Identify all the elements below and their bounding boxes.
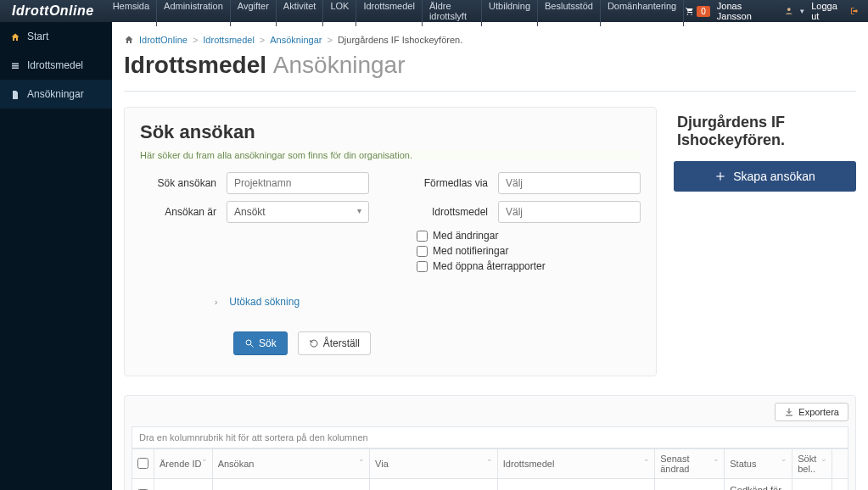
topbar: IdrottOnline HemsidaAdministrationAvgift… [0,0,868,22]
topbar-right: 0 Jonas Jansson ▾ Logga ut [684,1,868,21]
user-name[interactable]: Jonas Jansson [717,1,777,21]
cell-sokt-belopp: 0 [792,479,832,490]
grid-group-hint[interactable]: Dra en kolumnrubrik hit för att sortera … [132,426,848,448]
search-panel: Sök ansökan Här söker du fram alla ansök… [124,107,657,376]
svg-point-2 [787,8,791,11]
breadcrumb: IdrottOnline>Idrottsmedel>Ansökningar>Dj… [124,34,856,45]
list-icon [10,59,20,71]
cell-status: Godkänd för utbetalning [725,479,792,490]
search-help: Här söker du fram alla ansökningar som f… [140,150,641,160]
sidebar: StartIdrottsmedelAnsökningar [0,22,112,490]
right-panel: Djurgårdens IF Ishockeyfören. Skapa ansö… [674,107,856,192]
grid-col-header[interactable]: Ärende ID⌄ [154,449,213,479]
logout-label: Logga ut [811,1,846,21]
user-icon [784,6,794,16]
cart-badge: 0 [697,6,710,17]
grid-col-header[interactable]: Ansökan⌄ [212,449,369,479]
sort-icon: ⌄ [820,454,827,463]
cell-via: Svenska Ishockeyförbundet [370,479,498,490]
check-med-notifieringar[interactable]: Med notifieringar [417,245,641,257]
select-ansokan-ar[interactable]: Ansökt [227,201,369,223]
cell-ansokan[interactable]: Utvecklingscamper U13-U16 - Flick [212,479,369,490]
svg-rect-5 [12,67,19,69]
cell-idrottsmedel[interactable]: Utvecklingscamper U13-U16 - Flick [497,479,654,490]
breadcrumb-sep: > [193,35,198,45]
label-ansokan-ar: Ansökan är [140,206,216,218]
svg-point-1 [691,14,692,15]
check-med-andringar[interactable]: Med ändringar [417,230,641,242]
table-row[interactable]: 552Utvecklingscamper U13-U16 - FlickSven… [132,479,848,490]
label-sok-ansokan: Sök ansökan [140,177,216,189]
logout-icon [849,6,860,16]
sort-icon: ⌄ [201,454,208,463]
search-icon [244,338,255,348]
content: IdrottOnline>Idrottsmedel>Ansökningar>Dj… [112,22,868,490]
cart[interactable]: 0 [684,6,710,17]
sidebar-item-idrottsmedel[interactable]: Idrottsmedel [0,51,112,80]
breadcrumb-sep: > [327,35,332,45]
svg-rect-3 [12,63,19,64]
cell-senast-andrad: 2017-01-31 [655,479,725,490]
sidebar-item-label: Ansökningar [27,88,84,100]
grid-col-header[interactable]: Senast ändrad⌄ [655,449,725,479]
home-icon [124,34,134,45]
file-icon [10,88,20,100]
logout-link[interactable]: Logga ut [811,1,860,21]
label-formedlas-via: Förmedlas via [412,177,488,189]
page-title: Idrottsmedel Ansökningar [124,52,856,79]
breadcrumb-sep: > [260,35,265,45]
check-med-oppna-aterrapporter[interactable]: Med öppna återrapporter [417,260,641,272]
grid-col-header[interactable]: Idrottsmedel⌄ [497,449,654,479]
sort-icon: ⌄ [781,454,787,463]
expand-utokad-sokning[interactable]: › Utökad sökning [215,296,641,308]
cell-last: 4 [832,479,848,490]
breadcrumb-item[interactable]: Ansökningar [270,35,322,45]
sidebar-item-label: Start [27,31,48,42]
create-application-button[interactable]: Skapa ansökan [674,161,856,192]
input-idrottsmedel[interactable] [498,201,641,223]
export-button[interactable]: Exportera [775,403,848,421]
plus-icon [714,170,726,182]
input-sok-ansokan[interactable] [227,172,369,194]
grid-col-header[interactable]: Status⌄ [725,449,792,479]
sort-icon: ⌄ [713,454,720,463]
grid-col-header[interactable]: Sökt bel..⌄ [792,449,832,479]
grid-table: Ärende ID⌄Ansökan⌄Via⌄Idrottsmedel⌄Senas… [132,448,848,490]
breadcrumb-item: Djurgårdens IF Ishockeyfören. [338,35,462,45]
cell-arende-id: 552 [154,479,213,490]
org-title: Djurgårdens IF Ishockeyfören. [677,114,856,149]
sidebar-item-ansökningar[interactable]: Ansökningar [0,80,112,109]
grid-panel: Exportera Dra en kolumnrubrik hit för at… [124,395,856,490]
sort-icon: ⌄ [358,454,365,463]
grid-col-checkbox [132,449,154,479]
search-heading: Sök ansökan [140,121,641,143]
sidebar-item-label: Idrottsmedel [27,59,83,71]
sidebar-item-start[interactable]: Start [0,22,112,51]
home-icon [10,31,20,42]
title-separator [124,91,856,92]
chevron-right-icon: › [215,298,217,307]
input-formedlas-via[interactable] [498,172,641,194]
breadcrumb-item[interactable]: Idrottsmedel [203,35,255,45]
svg-line-7 [251,345,254,348]
svg-point-0 [687,14,689,15]
breadcrumb-item[interactable]: IdrottOnline [139,35,188,45]
sort-icon: ⌄ [486,454,493,463]
grid-col-header[interactable] [832,449,848,479]
reset-button[interactable]: Återställ [298,331,371,355]
label-idrottsmedel: Idrottsmedel [412,206,488,218]
grid-select-all[interactable] [137,458,148,469]
svg-point-6 [246,340,251,345]
sort-icon: ⌄ [643,454,650,463]
grid-col-header[interactable]: Via⌄ [370,449,498,479]
export-icon [784,407,794,417]
search-button[interactable]: Sök [233,331,288,355]
logo: IdrottOnline [0,3,106,19]
cart-icon [684,6,694,16]
svg-rect-4 [12,65,19,67]
reset-icon [309,338,319,348]
